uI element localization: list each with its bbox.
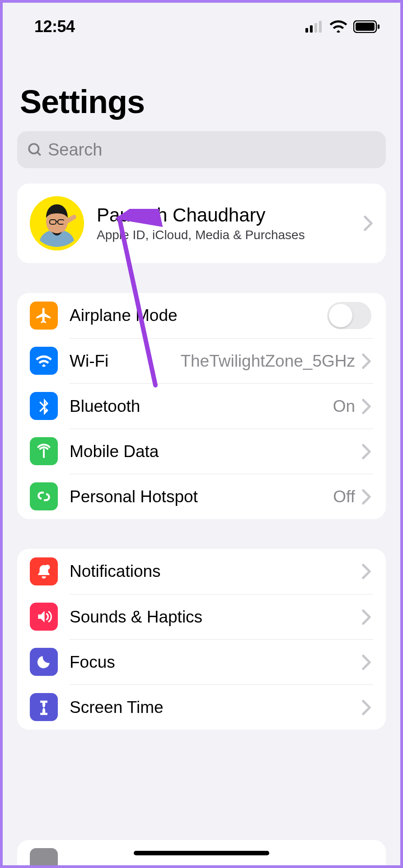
notifications-icon xyxy=(30,557,58,585)
chevron-right-icon xyxy=(361,443,371,460)
mobile-data-label: Mobile Data xyxy=(70,442,361,461)
device-frame: 12:54 Settings Search xyxy=(0,0,403,868)
svg-rect-5 xyxy=(356,23,375,31)
chevron-right-icon xyxy=(361,353,371,369)
airplane-icon xyxy=(30,302,58,330)
chevron-right-icon xyxy=(361,489,371,505)
home-indicator[interactable] xyxy=(134,851,269,855)
notifications-label: Notifications xyxy=(70,562,361,581)
battery-icon xyxy=(353,20,380,33)
hotspot-value: Off xyxy=(333,487,355,506)
mobile-data-icon xyxy=(30,437,58,465)
personal-hotspot-row[interactable]: Personal Hotspot Off xyxy=(17,474,386,519)
airplane-mode-row[interactable]: Airplane Mode xyxy=(17,293,386,338)
sounds-label: Sounds & Haptics xyxy=(70,608,361,627)
cellular-icon xyxy=(305,21,323,33)
network-group: Airplane Mode Wi-Fi TheTwilightZone_5GHz… xyxy=(17,293,386,519)
page-title: Settings xyxy=(3,42,400,127)
wifi-value: TheTwilightZone_5GHz xyxy=(180,352,355,371)
wifi-row[interactable]: Wi-Fi TheTwilightZone_5GHz xyxy=(17,338,386,383)
profile-text: Paurush Chaudhary Apple ID, iCloud, Medi… xyxy=(97,204,351,242)
avatar xyxy=(30,196,84,250)
focus-label: Focus xyxy=(70,653,361,672)
wifi-icon xyxy=(330,20,347,33)
profile-subtitle: Apple ID, iCloud, Media & Purchases xyxy=(97,228,351,242)
bluetooth-label: Bluetooth xyxy=(70,397,333,416)
chevron-right-icon xyxy=(363,215,373,231)
chevron-right-icon xyxy=(361,563,371,580)
chevron-right-icon xyxy=(361,654,371,670)
profile-name: Paurush Chaudhary xyxy=(97,204,351,226)
status-bar: 12:54 xyxy=(3,3,400,42)
general-group: Notifications Sounds & Haptics Focus xyxy=(17,549,386,730)
wifi-label: Wi-Fi xyxy=(70,352,180,371)
chevron-right-icon xyxy=(361,398,371,415)
airplane-toggle[interactable] xyxy=(327,302,371,329)
focus-row[interactable]: Focus xyxy=(17,639,386,684)
hotspot-label: Personal Hotspot xyxy=(70,487,333,506)
airplane-label: Airplane Mode xyxy=(70,306,327,325)
peek-icon xyxy=(30,848,58,865)
svg-rect-0 xyxy=(305,28,308,33)
screen-time-icon xyxy=(30,693,58,721)
bluetooth-row[interactable]: Bluetooth On xyxy=(17,383,386,429)
chevron-right-icon xyxy=(361,609,371,625)
svg-line-8 xyxy=(37,152,41,156)
svg-point-7 xyxy=(29,144,38,153)
svg-rect-3 xyxy=(319,21,322,33)
svg-rect-2 xyxy=(314,23,317,33)
bluetooth-icon xyxy=(30,392,58,420)
svg-point-15 xyxy=(45,565,50,570)
search-input[interactable]: Search xyxy=(17,131,386,168)
status-time: 12:54 xyxy=(34,17,75,36)
sounds-icon xyxy=(30,603,58,631)
chevron-right-icon xyxy=(361,699,371,716)
notifications-row[interactable]: Notifications xyxy=(17,549,386,594)
svg-rect-6 xyxy=(378,24,380,29)
sounds-row[interactable]: Sounds & Haptics xyxy=(17,594,386,639)
apple-id-row[interactable]: Paurush Chaudhary Apple ID, iCloud, Medi… xyxy=(17,184,386,263)
bluetooth-value: On xyxy=(333,397,355,416)
hotspot-icon xyxy=(30,482,58,510)
svg-rect-1 xyxy=(310,25,313,33)
profile-group: Paurush Chaudhary Apple ID, iCloud, Medi… xyxy=(17,184,386,263)
search-icon xyxy=(27,142,42,157)
wifi-row-icon xyxy=(30,347,58,375)
mobile-data-row[interactable]: Mobile Data xyxy=(17,429,386,474)
status-icons xyxy=(305,20,380,33)
screen-time-row[interactable]: Screen Time xyxy=(17,684,386,730)
screen-time-label: Screen Time xyxy=(70,698,361,717)
search-placeholder: Search xyxy=(48,140,102,160)
focus-icon xyxy=(30,648,58,676)
